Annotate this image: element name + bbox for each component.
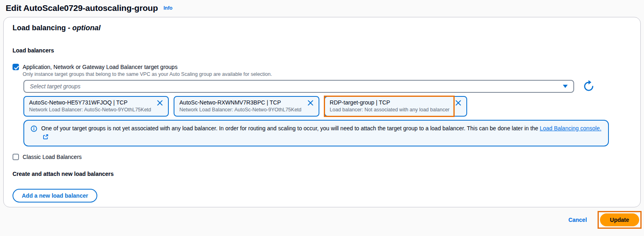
select-placeholder: Select target groups (30, 83, 80, 90)
refresh-icon (583, 80, 595, 92)
token-label: RDP-target-group | TCP (330, 99, 450, 107)
alert-text: One of your target groups is not yet ass… (41, 124, 602, 142)
classic-load-balancers-label: Classic Load Balancers (23, 154, 82, 160)
create-attach-heading: Create and attach new load balancers (13, 171, 631, 177)
page-title: Edit AutoScale0729-autoscaling-group (6, 3, 158, 13)
info-alert: One of your target groups is not yet ass… (23, 120, 609, 146)
token-description: Network Load Balancer: AutoSc-Netwo-9YOt… (179, 107, 301, 113)
load-balancing-console-link[interactable]: Load Balancing console. (540, 125, 602, 132)
target-groups-checkbox-row[interactable]: Application, Network or Gateway Load Bal… (13, 64, 631, 70)
add-load-balancer-button[interactable]: Add a new load balancer (13, 189, 97, 203)
chevron-down-icon (563, 85, 568, 88)
remove-token-icon[interactable] (157, 99, 163, 107)
target-groups-checkbox-label: Application, Network or Gateway Load Bal… (23, 64, 178, 70)
classic-load-balancers-checkbox[interactable] (13, 154, 19, 160)
target-group-token: AutoSc-Netwo-RXWNMV7R3BPC | TCP Network … (174, 96, 319, 117)
classic-load-balancers-row[interactable]: Classic Load Balancers (13, 154, 631, 160)
token-label: AutoSc-Netwo-HE5Y731WFJOQ | TCP (29, 99, 151, 107)
remove-token-icon[interactable] (307, 99, 314, 107)
info-icon (31, 124, 37, 142)
target-group-token: AutoSc-Netwo-HE5Y731WFJOQ | TCP Network … (23, 96, 169, 117)
panel-heading-optional: - optional (68, 24, 101, 32)
target-group-token: RDP-target-group | TCP Load balancer: No… (324, 96, 468, 117)
update-button[interactable]: Update (600, 213, 639, 226)
token-description: Load balancer: Not associated with any l… (330, 107, 450, 113)
target-groups-select[interactable]: Select target groups (23, 80, 574, 93)
remove-token-icon[interactable] (455, 99, 461, 107)
update-annotation-highlight: Update (598, 211, 642, 229)
load-balancing-panel: Load balancing - optional Load balancers… (3, 17, 641, 207)
target-groups-checkbox[interactable] (13, 64, 19, 70)
external-link-icon (43, 134, 48, 142)
panel-heading: Load balancing - optional (13, 24, 631, 32)
info-link[interactable]: Info (164, 5, 172, 11)
cancel-button[interactable]: Cancel (568, 217, 587, 223)
panel-heading-text: Load balancing (13, 24, 66, 32)
selected-target-groups: AutoSc-Netwo-HE5Y731WFJOQ | TCP Network … (23, 96, 631, 117)
target-groups-description: Only instance target groups that belong … (23, 71, 631, 77)
token-label: AutoSc-Netwo-RXWNMV7R3BPC | TCP (179, 99, 301, 107)
footer-actions: Cancel Update (0, 207, 644, 229)
refresh-button[interactable] (582, 80, 595, 93)
target-groups-field: Select target groups AutoSc-Netwo-HE5Y73… (23, 80, 631, 146)
load-balancers-label: Load balancers (13, 47, 631, 54)
token-description: Network Load Balancer: AutoSc-Netwo-9YOt… (29, 107, 151, 113)
page-header: Edit AutoScale0729-autoscaling-group Inf… (0, 0, 644, 15)
alert-message: One of your target groups is not yet ass… (41, 125, 540, 132)
check-icon (13, 65, 20, 71)
